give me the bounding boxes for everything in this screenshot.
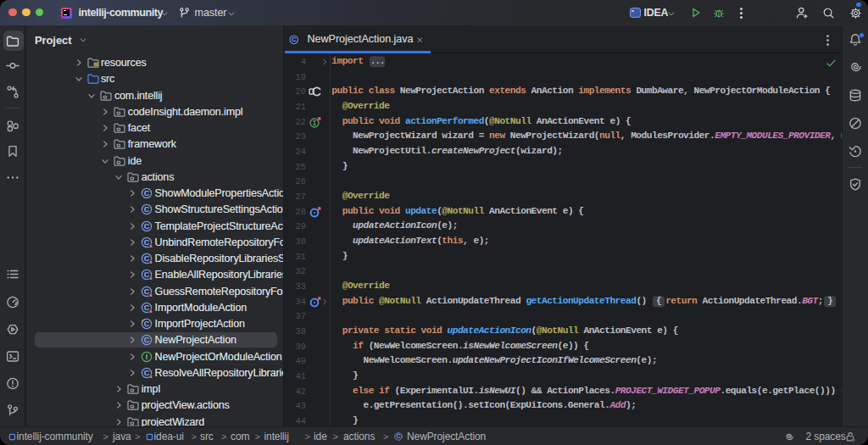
svg-text:C: C [397, 433, 401, 439]
